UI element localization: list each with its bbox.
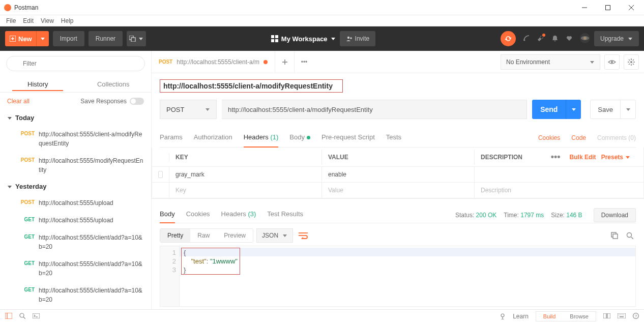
add-tab-button[interactable] [275,51,295,73]
resp-tab-cookies[interactable]: Cookies [186,207,210,223]
tab-authorization[interactable]: Authorization [194,128,232,147]
environment-select[interactable]: No Environment [501,54,600,70]
cookies-link[interactable]: Cookies [538,134,560,141]
tab-body[interactable]: Body [289,128,310,147]
method-select[interactable]: POST [160,100,217,119]
invite-button[interactable]: Invite [340,31,376,46]
console-icon[interactable] [33,313,40,320]
filter-input[interactable] [6,56,145,71]
header-row-empty[interactable]: Key Value Description [152,183,643,198]
svg-marker-10 [139,38,143,40]
tab-options-button[interactable]: ••• [295,51,314,73]
header-row[interactable]: gray_mark enable [152,167,643,183]
wrap-lines-icon[interactable] [296,228,310,243]
svg-line-39 [633,64,634,65]
upgrade-button[interactable]: Upgrade [594,31,639,46]
history-item[interactable]: POSThttp://localhost:5555/modifyRequestE… [0,152,151,179]
workspace-selector[interactable]: My Workspace [271,35,336,43]
help-icon[interactable]: ? [633,313,639,320]
resp-tab-headers[interactable]: Headers (3) [221,207,256,223]
tab-headers[interactable]: Headers (1) [244,128,279,147]
find-icon[interactable] [19,313,25,320]
view-raw[interactable]: Raw [190,229,217,242]
history-item[interactable]: POSThttp://localhost:5555/client-a/modif… [0,126,151,152]
resp-tab-body[interactable]: Body [160,207,175,223]
url-input[interactable] [222,100,527,119]
history-item[interactable]: GEThttp://localhost:5555/client/add?a=10… [0,255,151,282]
copy-response-icon[interactable] [608,229,621,242]
build-browse-toggle[interactable]: Build Browse [536,311,596,321]
view-pretty[interactable]: Pretty [160,229,190,242]
tab-tests[interactable]: Tests [386,128,401,147]
two-pane-icon[interactable] [603,313,610,320]
bell-icon[interactable] [551,35,559,43]
wrench-icon[interactable] [537,35,544,43]
headers-more-button[interactable]: ••• [547,152,565,162]
sync-icon[interactable] [501,31,516,46]
history-item[interactable]: GEThttp://localhost:5555/client/add?a=10… [0,282,151,308]
env-settings-button[interactable] [624,54,639,70]
clear-all-link[interactable]: Clear all [7,98,30,105]
browse-mode[interactable]: Browse [563,313,596,319]
user-avatar-icon[interactable] [580,33,590,45]
header-val-cell[interactable]: enable [322,167,475,182]
heart-icon[interactable] [566,35,573,43]
window-close[interactable] [620,0,643,15]
bulk-edit-link[interactable]: Bulk Edit [570,154,596,161]
request-tab[interactable]: POST http://localhost:5555/client-a/m [152,51,275,73]
header-desc-cell[interactable] [475,167,643,182]
history-group-today[interactable]: Today [0,110,151,126]
new-window-button[interactable] [127,31,146,46]
view-preview[interactable]: Preview [217,229,253,242]
row-checkbox[interactable] [158,171,163,178]
history-item[interactable]: POSThttp://localhost:5555/upload [0,194,151,212]
menu-edit[interactable]: Edit [20,16,37,25]
save-responses-toggle[interactable] [130,98,144,105]
tab-history[interactable]: History [0,76,76,92]
request-name[interactable]: http://localhost:5555/client-a/modifyReq… [160,79,343,93]
header-key-placeholder[interactable]: Key [169,183,322,198]
plus-icon [9,35,16,42]
save-caret[interactable] [620,100,635,119]
comments-link[interactable]: Comments (0) [597,134,636,141]
window-maximize[interactable] [596,0,620,15]
new-button[interactable]: New [5,31,49,46]
send-button[interactable]: Send [532,100,581,119]
tab-collections[interactable]: Collections [76,76,152,92]
format-select[interactable]: JSON [256,228,293,243]
invite-person-icon [346,36,352,42]
env-quicklook-button[interactable] [604,54,620,70]
tab-params[interactable]: Params [160,128,183,147]
response-body[interactable]: 123 { "test": "1wwww" } [160,246,636,307]
header-key-cell[interactable]: gray_mark [169,167,322,182]
new-button-caret[interactable] [37,31,49,46]
history-group-yesterday[interactable]: Yesterday [0,179,151,194]
history-item[interactable]: GEThttp://localhost:5555/upload [0,212,151,229]
header-val-placeholder[interactable]: Value [322,183,475,198]
menu-help[interactable]: Help [58,16,77,25]
runner-button[interactable]: Runner [89,31,123,46]
menu-view[interactable]: View [38,16,57,25]
build-mode[interactable]: Build [536,313,563,319]
import-button[interactable]: Import [53,31,84,46]
svg-point-23 [583,37,587,40]
download-button[interactable]: Download [594,208,636,222]
window-minimize[interactable] [573,0,596,15]
search-response-icon[interactable] [624,229,636,242]
menu-file[interactable]: File [3,16,19,25]
presets-link[interactable]: Presets [601,154,630,161]
history-item[interactable]: GEThttp://localhost:5555/client/add?a=10… [0,229,151,255]
header-desc-placeholder[interactable]: Description [475,183,643,198]
bootcamp-icon[interactable] [500,313,506,319]
svg-point-52 [627,233,632,238]
learn-link[interactable]: Learn [513,313,529,320]
tab-prerequest[interactable]: Pre-request Script [321,128,375,147]
keyboard-shortcuts-icon[interactable] [618,313,626,320]
resp-tab-tests[interactable]: Test Results [267,207,303,223]
save-button[interactable]: Save [590,100,636,119]
satellite-icon[interactable] [523,35,530,43]
send-caret[interactable] [566,100,581,119]
code-link[interactable]: Code [571,134,586,141]
sidebar-toggle-icon[interactable] [5,313,12,320]
svg-rect-54 [5,313,12,319]
